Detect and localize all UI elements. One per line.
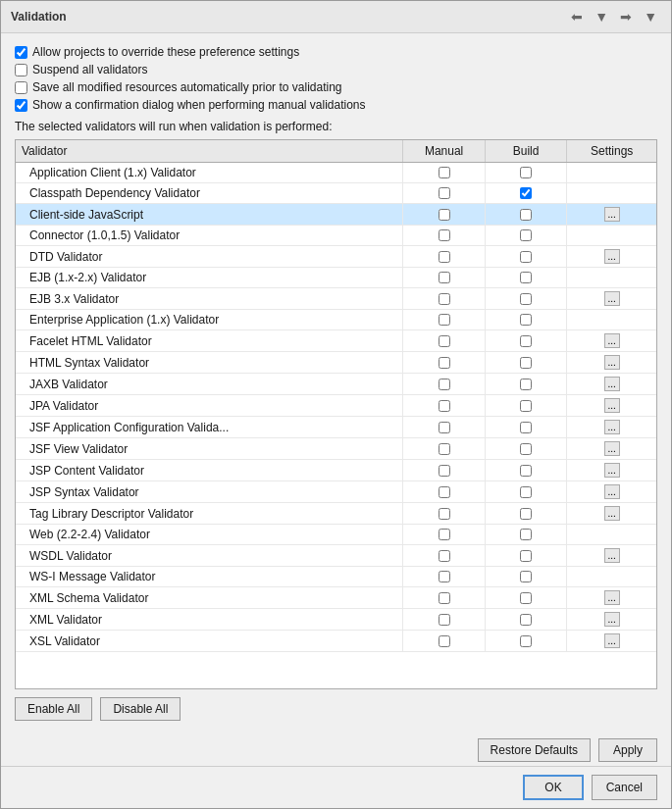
build-checkbox[interactable] — [520, 529, 532, 540]
table-row[interactable]: WSDL Validator... — [16, 545, 656, 567]
settings-button[interactable]: ... — [604, 590, 620, 605]
manual-checkbox[interactable] — [439, 550, 450, 562]
build-checkbox[interactable] — [520, 508, 532, 520]
build-checkbox[interactable] — [520, 571, 532, 582]
settings-button[interactable]: ... — [604, 612, 620, 627]
table-row[interactable]: JSP Content Validator... — [16, 460, 656, 481]
build-checkbox-cell[interactable] — [485, 204, 567, 226]
enable-all-button[interactable]: Enable All — [15, 697, 92, 721]
settings-button[interactable]: ... — [604, 333, 620, 348]
manual-checkbox-cell[interactable] — [403, 183, 486, 204]
manual-checkbox-cell[interactable] — [403, 226, 486, 246]
manual-checkbox-cell[interactable] — [403, 525, 486, 545]
table-row[interactable]: Facelet HTML Validator... — [16, 330, 656, 352]
table-row[interactable]: WS-I Message Validator — [16, 567, 656, 587]
forward-button[interactable]: ➡ — [616, 7, 636, 26]
table-row[interactable]: Enterprise Application (1.x) Validator — [16, 310, 656, 330]
build-checkbox-cell[interactable] — [485, 268, 567, 288]
settings-button[interactable]: ... — [604, 355, 620, 370]
build-checkbox-cell[interactable] — [485, 567, 567, 587]
build-checkbox[interactable] — [520, 592, 532, 604]
settings-cell[interactable]: ... — [567, 246, 656, 268]
settings-cell[interactable]: ... — [567, 352, 656, 374]
table-row[interactable]: JSF View Validator... — [16, 438, 656, 460]
table-row[interactable]: JAXB Validator... — [16, 374, 656, 395]
settings-cell[interactable]: ... — [567, 288, 656, 310]
build-checkbox-cell[interactable] — [485, 183, 567, 204]
settings-button[interactable]: ... — [604, 291, 620, 306]
build-checkbox[interactable] — [520, 379, 532, 390]
table-row[interactable]: Web (2.2-2.4) Validator — [16, 525, 656, 545]
manual-checkbox-cell[interactable] — [403, 631, 486, 652]
build-checkbox[interactable] — [520, 251, 532, 263]
build-checkbox[interactable] — [520, 357, 532, 369]
settings-cell[interactable]: ... — [567, 460, 656, 481]
settings-button[interactable]: ... — [604, 633, 620, 648]
table-row[interactable]: Application Client (1.x) Validator — [16, 163, 656, 183]
cancel-button[interactable]: Cancel — [592, 775, 657, 800]
build-checkbox-cell[interactable] — [485, 352, 567, 374]
table-row[interactable]: Classpath Dependency Validator — [16, 183, 656, 204]
manual-checkbox[interactable] — [439, 379, 450, 390]
manual-checkbox-cell[interactable] — [403, 481, 486, 503]
disable-all-button[interactable]: Disable All — [100, 697, 181, 721]
manual-checkbox[interactable] — [439, 314, 450, 326]
build-checkbox[interactable] — [520, 465, 532, 477]
table-row[interactable]: Connector (1.0,1.5) Validator — [16, 226, 656, 246]
build-checkbox[interactable] — [520, 443, 532, 455]
settings-cell[interactable]: ... — [567, 204, 656, 226]
manual-checkbox-cell[interactable] — [403, 310, 486, 330]
manual-checkbox[interactable] — [439, 209, 450, 221]
build-checkbox[interactable] — [520, 229, 532, 241]
settings-cell[interactable]: ... — [567, 587, 656, 609]
build-checkbox-cell[interactable] — [485, 395, 567, 417]
build-checkbox-cell[interactable] — [485, 417, 567, 438]
table-row[interactable]: JSF Application Configuration Valida....… — [16, 417, 656, 438]
manual-checkbox-cell[interactable] — [403, 503, 486, 525]
settings-button[interactable]: ... — [604, 420, 620, 434]
build-checkbox-cell[interactable] — [485, 545, 567, 567]
show-confirmation-checkbox[interactable] — [15, 99, 27, 112]
build-checkbox[interactable] — [520, 486, 532, 498]
build-checkbox-cell[interactable] — [485, 330, 567, 352]
manual-checkbox[interactable] — [439, 251, 450, 263]
manual-checkbox-cell[interactable] — [403, 246, 486, 268]
manual-checkbox[interactable] — [439, 422, 450, 433]
settings-button[interactable]: ... — [604, 548, 620, 563]
build-checkbox-cell[interactable] — [485, 246, 567, 268]
manual-checkbox[interactable] — [439, 272, 450, 283]
table-row[interactable]: XSL Validator... — [16, 631, 656, 652]
build-checkbox-cell[interactable] — [485, 226, 567, 246]
table-row[interactable]: XML Schema Validator... — [16, 587, 656, 609]
build-checkbox[interactable] — [520, 272, 532, 283]
build-checkbox-cell[interactable] — [485, 460, 567, 481]
build-checkbox-cell[interactable] — [485, 503, 567, 525]
build-checkbox[interactable] — [520, 314, 532, 326]
settings-cell[interactable]: ... — [567, 609, 656, 631]
manual-checkbox[interactable] — [439, 465, 450, 477]
build-checkbox[interactable] — [520, 209, 532, 221]
settings-cell[interactable]: ... — [567, 503, 656, 525]
table-row[interactable]: JSP Syntax Validator... — [16, 481, 656, 503]
save-modified-checkbox[interactable] — [15, 81, 27, 94]
settings-cell[interactable]: ... — [567, 545, 656, 567]
build-checkbox[interactable] — [520, 400, 532, 412]
settings-button[interactable]: ... — [604, 207, 620, 222]
settings-cell[interactable]: ... — [567, 481, 656, 503]
build-checkbox-cell[interactable] — [485, 163, 567, 183]
table-row[interactable]: HTML Syntax Validator... — [16, 352, 656, 374]
manual-checkbox-cell[interactable] — [403, 163, 486, 183]
table-row[interactable]: EJB 3.x Validator... — [16, 288, 656, 310]
build-checkbox[interactable] — [520, 335, 532, 347]
manual-checkbox-cell[interactable] — [403, 587, 486, 609]
settings-cell[interactable]: ... — [567, 631, 656, 652]
manual-checkbox[interactable] — [439, 508, 450, 520]
table-row[interactable]: XML Validator... — [16, 609, 656, 631]
settings-cell[interactable]: ... — [567, 438, 656, 460]
manual-checkbox-cell[interactable] — [403, 460, 486, 481]
manual-checkbox[interactable] — [439, 614, 450, 626]
nav-dropdown-forward[interactable]: ▼ — [640, 7, 661, 26]
build-checkbox-cell[interactable] — [485, 374, 567, 395]
manual-checkbox[interactable] — [439, 635, 450, 647]
build-checkbox-cell[interactable] — [485, 609, 567, 631]
